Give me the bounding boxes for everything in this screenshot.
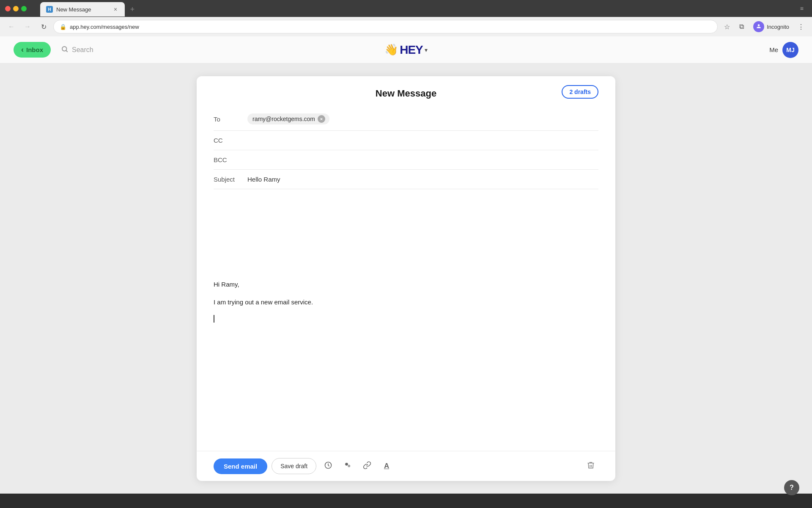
subject-field-content [247,176,598,183]
save-draft-button[interactable]: Save draft [272,458,316,474]
search-label: Search [72,46,93,54]
tab-close-button[interactable]: × [112,6,119,13]
back-chevron-icon: ‹ [21,45,24,54]
active-tab[interactable]: H New Message × [40,2,125,17]
compose-toolbar: Send email Save draft [197,451,615,481]
hey-chevron-icon: ▾ [425,47,428,53]
reload-button[interactable]: ↻ [37,20,50,33]
url-text: app.hey.com/messages/new [70,24,711,30]
browser-more-icon[interactable]: ⋮ [795,21,807,33]
cc-field-row[interactable]: CC [214,131,598,150]
back-button[interactable]: ← [5,20,18,33]
compose-body[interactable]: Hi Ramy, I am trying out a new email ser… [197,271,615,451]
hey-text: HEY [400,43,423,57]
subject-label: Subject [214,176,247,183]
bcc-field-content [247,156,598,163]
traffic-lights [5,6,27,11]
compose-fields: To ramy@rocketgems.com × CC [197,108,615,271]
send-email-button[interactable]: Send email [214,458,267,474]
lock-icon: 🔒 [60,24,66,30]
user-area[interactable]: Me MJ [769,42,798,58]
fullscreen-window-button[interactable] [21,6,27,11]
search-icon [61,45,69,55]
subject-field-row[interactable]: Subject [214,170,598,189]
text-cursor [214,315,214,323]
user-name: Me [769,46,778,53]
tab-favicon: H [46,6,53,13]
user-avatar[interactable]: MJ [782,42,798,58]
link-icon [363,461,371,472]
recipient-tag: ramy@rocketgems.com × [247,113,329,124]
insert-link-button[interactable] [359,458,375,474]
format-text-button[interactable]: A [379,458,394,474]
incognito-avatar [753,21,764,32]
format-text-icon: A [384,462,389,470]
browser-menu-icon[interactable]: ≡ [800,5,804,12]
address-bar[interactable]: 🔒 app.hey.com/messages/new [53,20,718,33]
navigation-bar: ← → ↻ 🔒 app.hey.com/messages/new ☆ ⧉ Inc… [0,17,812,36]
app-area: ‹ Inbox Search 👋 HEY ▾ Me MJ New Message [0,36,812,494]
tab-title: New Message [56,6,109,13]
clock-icon [324,461,332,472]
cc-label: CC [214,137,247,144]
body-line-1: Hi Ramy, [214,279,598,290]
bubbles-icon [343,461,352,472]
trash-icon [587,461,595,472]
extensions-icon[interactable]: ⧉ [735,21,747,33]
search-area[interactable]: Search [61,45,93,55]
recipient-email: ramy@rocketgems.com [252,116,315,122]
recipient-remove-button[interactable]: × [318,115,325,123]
nav-extras: ☆ ⧉ Incognito ⋮ [721,19,807,34]
schedule-send-button[interactable] [321,458,336,474]
bcc-field-row[interactable]: BCC [214,150,598,170]
bubbles-button[interactable] [340,458,355,474]
cc-field-content [247,137,598,144]
new-tab-button[interactable]: + [126,3,138,15]
drafts-badge[interactable]: 2 drafts [562,85,598,99]
to-field-row: To ramy@rocketgems.com × [214,108,598,131]
compose-title: New Message [376,88,436,99]
incognito-label: Incognito [767,24,789,30]
tab-bar: H New Message × + [35,0,143,17]
body-line-2: I am trying out a new email service. [214,297,598,307]
help-button[interactable]: ? [784,480,799,495]
compose-container: New Message 2 drafts To ramy@rocketgems.… [0,64,812,494]
cursor-line [214,315,598,323]
bcc-label: BCC [214,156,247,163]
minimize-window-button[interactable] [13,6,19,11]
bcc-input[interactable] [247,156,598,163]
incognito-button[interactable]: Incognito [750,19,793,34]
inbox-back-button[interactable]: ‹ Inbox [14,42,51,58]
to-field-content: ramy@rocketgems.com × [247,113,598,124]
hey-hand-icon: 👋 [384,43,398,56]
svg-point-0 [62,47,67,51]
inbox-back-label: Inbox [26,46,43,53]
forward-button[interactable]: → [21,20,34,33]
hey-logo[interactable]: 👋 HEY ▾ [384,43,428,57]
body-text: Hi Ramy, I am trying out a new email ser… [214,279,598,323]
compose-header: New Message 2 drafts [197,76,615,108]
app-nav: ‹ Inbox Search 👋 HEY ▾ Me MJ [0,36,812,64]
title-bar: H New Message × + ≡ [0,0,812,17]
bookmark-icon[interactable]: ☆ [721,21,733,33]
close-window-button[interactable] [5,6,11,11]
to-label: To [214,116,247,123]
delete-draft-button[interactable] [583,458,598,474]
compose-card: New Message 2 drafts To ramy@rocketgems.… [197,76,615,481]
svg-point-3 [348,464,350,467]
cc-input[interactable] [247,137,598,144]
browser-chrome: H New Message × + ≡ ← → ↻ 🔒 app.hey.com/… [0,0,812,36]
svg-point-2 [345,463,348,466]
subject-input[interactable] [247,176,598,183]
